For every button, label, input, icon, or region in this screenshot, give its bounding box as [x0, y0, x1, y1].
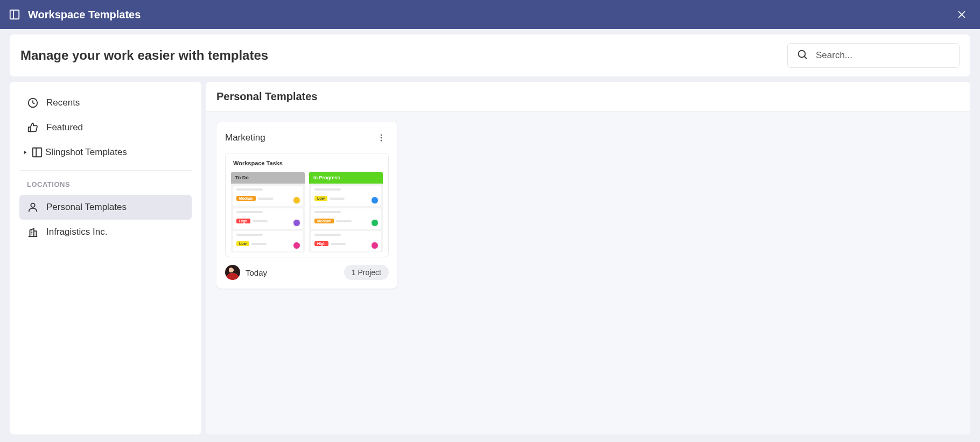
more-options-button[interactable] [374, 130, 389, 145]
template-card-marketing[interactable]: Marketing Workspace Tasks [216, 122, 397, 289]
kanban-column-inprogress: In Progress Low [309, 172, 383, 252]
assignee-avatar [293, 219, 300, 227]
sidebar-item-label: Personal Templates [46, 202, 127, 213]
main-panel: Personal Templates Marketing [206, 82, 970, 434]
title-bar: Workspace Templates [0, 0, 980, 29]
project-count-badge: 1 Project [344, 265, 389, 280]
svg-rect-7 [33, 148, 42, 157]
sidebar: Recents Featured [10, 82, 201, 434]
svg-point-9 [31, 204, 34, 207]
person-icon [27, 201, 39, 213]
sidebar-item-label: Slingshot Templates [45, 147, 127, 158]
layout-icon [31, 146, 43, 158]
priority-tag: High [236, 219, 250, 223]
priority-tag: Low [236, 241, 249, 246]
clock-icon [27, 97, 39, 109]
task-card: Medium [311, 208, 381, 229]
kanban-column-todo: To Do Medium [231, 172, 305, 252]
thumbs-up-icon [27, 122, 39, 134]
column-header: To Do [231, 172, 305, 184]
assignee-avatar [371, 197, 379, 204]
task-card: High [233, 208, 303, 229]
app-layout-icon [9, 9, 20, 20]
sidebar-item-personal-templates[interactable]: Personal Templates [19, 195, 192, 220]
svg-point-13 [381, 134, 382, 136]
svg-point-15 [381, 140, 382, 142]
author-avatar [225, 265, 240, 280]
main-header: Personal Templates [206, 82, 970, 112]
close-button[interactable] [952, 5, 971, 24]
svg-point-14 [381, 137, 382, 139]
column-header: In Progress [309, 172, 383, 184]
template-preview: Workspace Tasks To Do Medium [225, 153, 389, 257]
template-date: Today [246, 268, 267, 277]
priority-tag: Medium [314, 219, 334, 223]
search-field[interactable] [787, 43, 960, 68]
assignee-avatar [293, 197, 300, 204]
assignee-avatar [293, 242, 300, 249]
preview-title: Workspace Tasks [231, 160, 383, 166]
sidebar-item-label: Recents [46, 97, 80, 108]
app-title: Workspace Templates [28, 9, 141, 21]
priority-tag: Low [314, 196, 327, 201]
task-card: High [311, 231, 381, 251]
templates-grid: Marketing Workspace Tasks [206, 112, 970, 434]
building-icon [27, 226, 39, 238]
assignee-avatar [371, 242, 379, 249]
page-heading: Manage your work easier with templates [20, 48, 268, 63]
task-card: Medium [233, 186, 303, 206]
task-card: Low [233, 231, 303, 251]
sidebar-item-label: Featured [46, 122, 83, 133]
sidebar-section-locations: LOCATIONS [19, 178, 192, 195]
svg-rect-0 [10, 10, 19, 19]
svg-line-5 [804, 57, 807, 59]
search-icon [796, 48, 808, 62]
section-title: Personal Templates [216, 90, 960, 103]
priority-tag: Medium [236, 196, 256, 201]
sidebar-item-recents[interactable]: Recents [19, 90, 192, 115]
caret-right-icon [22, 150, 29, 155]
task-card: Low [311, 186, 381, 206]
sidebar-item-featured[interactable]: Featured [19, 115, 192, 140]
svg-point-4 [799, 51, 806, 58]
template-title: Marketing [225, 132, 265, 143]
search-input[interactable] [816, 50, 950, 61]
kebab-icon [376, 133, 386, 143]
divider [19, 170, 192, 171]
priority-tag: High [314, 241, 328, 246]
sidebar-item-slingshot-templates[interactable]: Slingshot Templates [19, 140, 192, 165]
assignee-avatar [371, 219, 379, 227]
page-header: Manage your work easier with templates [10, 34, 970, 76]
sidebar-item-infragistics[interactable]: Infragistics Inc. [19, 220, 192, 244]
sidebar-item-label: Infragistics Inc. [46, 227, 107, 237]
